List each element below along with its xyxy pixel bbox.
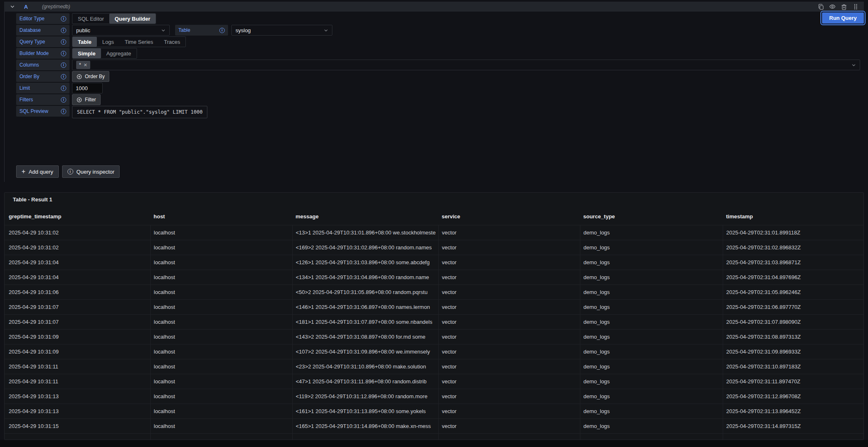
table-cell: 2025-04-29T02:31:12.896708Z (723, 389, 863, 404)
query-editor-row: A (greptimedb) Run Query Editor Type i S… (4, 2, 864, 182)
chevron-down-icon (851, 63, 856, 67)
sql-preview-label: SQL Preview i (16, 106, 70, 117)
table-cell: demo_logs (580, 299, 723, 314)
results-table-body: 2025-04-29 10:31:02localhost<13>1 2025-0… (5, 225, 863, 440)
table-select[interactable]: syslog (231, 25, 332, 36)
column-header-service[interactable]: service (438, 208, 580, 225)
plus-circle-icon (77, 97, 82, 103)
order-by-label: Order By i (16, 71, 70, 82)
column-header-message[interactable]: message (292, 208, 438, 225)
builder-mode-option-simple[interactable]: Simple (72, 48, 101, 58)
columns-multiselect[interactable]: * ✕ (72, 60, 860, 70)
table-row: 2025-04-29 10:31:07localhost<181>1 2025-… (5, 314, 863, 329)
database-select[interactable]: public (72, 25, 170, 36)
editor-type-option-query-builder[interactable]: Query Builder (109, 14, 156, 24)
add-filter-button[interactable]: Filter (72, 94, 101, 105)
table-cell: vector (438, 225, 580, 240)
editor-type-option-sql-editor[interactable]: SQL Editor (72, 14, 109, 24)
column-header-timestamp[interactable]: timestamp (723, 208, 863, 225)
table-cell: 2025-04-29 10:31:09 (5, 344, 150, 359)
column-header-source-type[interactable]: source_type (580, 208, 723, 225)
table-cell: <161>1 2025-04-29T10:31:13.895+08:00 som… (292, 404, 438, 418)
table-cell: <165>1 2025-04-29T10:31:14.896+08:00 mak… (292, 418, 438, 433)
table-cell: 2025-04-29 10:31:02 (5, 225, 150, 240)
table-row: 2025-04-29 10:31:09localhost<107>2 2025-… (5, 344, 863, 359)
info-icon: i (61, 62, 66, 68)
table-cell: 2025-04-29 10:31:11 (5, 359, 150, 374)
remove-chip-icon[interactable]: ✕ (84, 62, 87, 68)
query-type-option-time-series[interactable]: Time Series (119, 37, 159, 47)
table-row: 2025-04-29 10:31:02localhost<169>2 2025-… (5, 240, 863, 255)
table-cell: 2025-04-29T02:31:06.897770Z (723, 299, 863, 314)
chevron-down-icon (161, 28, 166, 33)
table-cell: 2025-04-29 10:31:04 (5, 255, 150, 270)
trash-icon[interactable] (840, 2, 848, 11)
info-icon: i (67, 169, 73, 174)
drag-handle-icon[interactable] (851, 2, 860, 11)
info-icon: i (219, 28, 225, 33)
table-cell (150, 433, 292, 440)
table-label: Table i (175, 25, 228, 36)
table-cell: 2025-04-29T02:31:01.899118Z (723, 225, 863, 240)
eye-icon[interactable] (828, 2, 837, 11)
table-cell: localhost (150, 240, 292, 255)
order-by-row: Order By i Order By (16, 71, 860, 82)
editor-type-label: Editor Type i (16, 13, 70, 24)
table-cell: 2025-04-29 10:31:07 (5, 299, 150, 314)
builder-mode-option-aggregate[interactable]: Aggregate (101, 48, 137, 58)
table-cell: 2025-04-29 10:31:07 (5, 314, 150, 329)
table-cell: localhost (150, 255, 292, 270)
table-cell: 2025-04-29 10:31:15 (5, 418, 150, 433)
limit-row: Limit i (16, 83, 860, 93)
table-row: 2025-04-29 10:31:04localhost<134>1 2025-… (5, 270, 863, 284)
query-header[interactable]: A (greptimedb) (4, 2, 864, 12)
table-cell: <143>2 2025-04-29T10:31:08.897+08:00 for… (292, 329, 438, 344)
table-cell: <181>1 2025-04-29T10:31:07.897+08:00 som… (292, 314, 438, 329)
chevron-down-icon[interactable] (8, 2, 17, 11)
table-row: 2025-04-29 10:31:04localhost<126>1 2025-… (5, 255, 863, 270)
query-type-option-table[interactable]: Table (72, 37, 97, 47)
table-cell: demo_logs (580, 284, 723, 299)
table-cell: localhost (150, 404, 292, 418)
query-type-option-logs[interactable]: Logs (97, 37, 119, 47)
results-panel-title: Table - Result 1 (5, 193, 863, 208)
table-cell: demo_logs (580, 344, 723, 359)
table-cell: 2025-04-29T02:31:09.896933Z (723, 344, 863, 359)
table-cell: demo_logs (580, 240, 723, 255)
copy-query-icon[interactable] (817, 2, 825, 11)
limit-input[interactable] (72, 83, 103, 93)
table-cell: 2025-04-29T02:31:13.896452Z (723, 404, 863, 418)
query-inspector-button[interactable]: i Query inspector (62, 165, 120, 178)
table-cell: demo_logs (580, 255, 723, 270)
table-cell: <50>2 2025-04-29T10:31:05.896+08:00 rand… (292, 284, 438, 299)
column-header-host[interactable]: host (150, 208, 292, 225)
table-cell: <169>2 2025-04-29T10:31:02.896+08:00 ran… (292, 240, 438, 255)
info-icon: i (61, 51, 66, 56)
table-cell: vector (438, 374, 580, 389)
columns-row: Columns i * ✕ (16, 60, 860, 70)
add-query-button[interactable]: + Add query (16, 165, 59, 178)
table-row: 2025-04-29 10:31:15localhost<165>1 2025-… (5, 418, 863, 433)
column-chip: * ✕ (76, 61, 90, 69)
table-cell (5, 433, 150, 440)
results-panel: Table - Result 1 greptime_timestamp host… (4, 192, 864, 440)
table-row: 2025-04-29 10:31:11localhost<47>1 2025-0… (5, 374, 863, 389)
table-cell: 2025-04-29T02:31:02.896832Z (723, 240, 863, 255)
table-cell: demo_logs (580, 374, 723, 389)
table-row: 2025-04-29 10:31:13localhost<161>1 2025-… (5, 404, 863, 418)
table-cell: localhost (150, 314, 292, 329)
table-cell: vector (438, 418, 580, 433)
table-cell: demo_logs (580, 404, 723, 418)
table-cell: demo_logs (580, 270, 723, 284)
table-cell: localhost (150, 299, 292, 314)
table-cell: 2025-04-29 10:31:04 (5, 270, 150, 284)
column-header-greptime-timestamp[interactable]: greptime_timestamp (5, 208, 150, 225)
query-editor-body: Editor Type i SQL Editor Query Builder D… (4, 12, 864, 182)
query-type-option-traces[interactable]: Traces (159, 37, 185, 47)
sql-preview-text: SELECT * FROM "public"."syslog" LIMIT 10… (72, 106, 207, 118)
table-cell (580, 433, 723, 440)
table-cell: localhost (150, 389, 292, 404)
add-order-by-button[interactable]: Order By (72, 71, 109, 82)
editor-type-row: Editor Type i SQL Editor Query Builder (16, 13, 860, 24)
query-type-row: Query Type i Table Logs Time Series Trac… (16, 36, 860, 47)
